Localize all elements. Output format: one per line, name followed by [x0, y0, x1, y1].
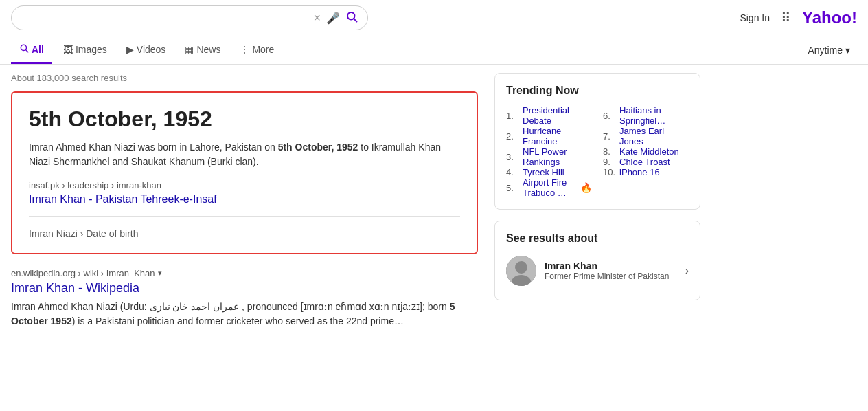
news-icon: ▦: [185, 44, 194, 55]
trending-num-3: 3.: [506, 152, 518, 162]
trending-title: Trending Now: [506, 85, 689, 97]
apps-icon[interactable]: ⠿: [781, 10, 791, 26]
yahoo-logo[interactable]: Yahoo!: [802, 8, 857, 27]
clear-button[interactable]: ×: [313, 11, 321, 25]
anytime-filter[interactable]: Anytime ▾: [801, 41, 857, 60]
header: Imran Niazi Khan birth day × 🎤 Sign In ⠿…: [0, 0, 868, 36]
tab-videos[interactable]: ▶ Videos: [118, 37, 174, 64]
trending-num-7: 7.: [603, 131, 615, 142]
videos-icon: ▶: [126, 44, 134, 55]
featured-desc-bold: 5th October, 1952: [278, 142, 358, 153]
trending-link-10[interactable]: iPhone 16: [619, 167, 660, 177]
list-item: 10. iPhone 16: [603, 167, 689, 177]
list-item: 1. Presidential Debate: [506, 105, 592, 126]
person-info: Imran Khan Former Prime Minister of Paki…: [545, 260, 677, 281]
trending-num-2: 2.: [506, 131, 518, 142]
tab-more-label: More: [252, 44, 274, 55]
trending-link-4[interactable]: Tyreek Hill: [523, 167, 564, 177]
trending-card: Trending Now 1. Presidential Debate 2. H…: [494, 73, 700, 210]
trending-left-col: 1. Presidential Debate 2. Hurricane Fran…: [506, 105, 592, 198]
person-card[interactable]: Imran Khan Former Prime Minister of Paki…: [506, 253, 689, 289]
trending-link-8[interactable]: Kate Middleton: [619, 146, 679, 157]
anytime-chevron: ▾: [845, 45, 850, 56]
images-icon: 🖼: [63, 44, 73, 55]
trending-grid: 1. Presidential Debate 2. Hurricane Fran…: [506, 105, 689, 198]
tab-news[interactable]: ▦ News: [176, 37, 229, 64]
trending-link-5[interactable]: Airport Fire Trabuco …: [523, 177, 576, 198]
search-button[interactable]: [345, 10, 358, 25]
wiki-desc-post: ) is a Pakistani politician and former c…: [72, 315, 404, 326]
list-item: 6. Haitians in Springfiel…: [603, 105, 689, 126]
featured-box: 5th October, 1952 Imran Ahmed Khan Niazi…: [11, 91, 478, 254]
tab-all[interactable]: All: [11, 36, 52, 64]
nav-tabs: All 🖼 Images ▶ Videos ▦ News ⋮ More Anyt…: [0, 36, 868, 65]
results-count: About 183,000 search results: [11, 73, 478, 83]
sign-in-button[interactable]: Sign In: [740, 12, 770, 23]
list-item: 2. Hurricane Francine: [506, 126, 592, 146]
list-item: 7. James Earl Jones: [603, 126, 689, 146]
fire-icon: 🔥: [580, 182, 592, 193]
wiki-desc-pre: Imran Ahmed Khan Niazi (Urdu: عمران احمد…: [11, 301, 450, 312]
left-column: About 183,000 search results 5th October…: [11, 73, 478, 329]
avatar: [506, 256, 536, 286]
featured-desc-pre: Imran Ahmed Khan Niazi was born in Lahor…: [29, 142, 278, 153]
wiki-result: en.wikipedia.org › wiki › Imran_Khan ▾ I…: [11, 268, 478, 329]
tab-images[interactable]: 🖼 Images: [55, 37, 115, 64]
right-column: Trending Now 1. Presidential Debate 2. H…: [494, 73, 700, 329]
tab-videos-label: Videos: [137, 44, 166, 55]
list-item: 4. Tyreek Hill: [506, 167, 592, 177]
wiki-path-text: en.wikipedia.org › wiki › Imran_Khan: [11, 268, 155, 278]
see-results-card: See results about Imran Khan Former Prim…: [494, 221, 700, 300]
header-right: Sign In ⠿ Yahoo!: [740, 8, 857, 27]
featured-link[interactable]: Imran Khan - Pakistan Tehreek-e-Insaf: [29, 193, 217, 205]
list-item: 8. Kate Middleton: [603, 146, 689, 157]
featured-breadcrumb: Imran Niazi › Date of birth: [29, 228, 460, 239]
person-name: Imran Khan: [545, 260, 677, 271]
search-bar: Imran Niazi Khan birth day × 🎤: [11, 5, 368, 30]
featured-divider: [29, 216, 460, 217]
trending-link-3[interactable]: NFL Power Rankings: [523, 146, 592, 167]
featured-source-path: insaf.pk › leadership › imran-khan: [29, 180, 460, 190]
tab-all-label: All: [32, 44, 44, 55]
featured-date: 5th October, 1952: [29, 107, 460, 132]
mic-icon[interactable]: 🎤: [326, 12, 340, 25]
person-description: Former Prime Minister of Pakistan: [545, 271, 677, 281]
search-input[interactable]: Imran Niazi Khan birth day: [21, 12, 308, 24]
trending-right-col: 6. Haitians in Springfiel… 7. James Earl…: [603, 105, 689, 198]
trending-num-8: 8.: [603, 146, 615, 157]
trending-link-9[interactable]: Chloe Troast: [619, 157, 670, 167]
trending-num-6: 6.: [603, 111, 615, 121]
trending-link-6[interactable]: Haitians in Springfiel…: [619, 105, 689, 126]
list-item: 3. NFL Power Rankings: [506, 146, 592, 167]
tab-images-label: Images: [76, 44, 107, 55]
see-results-title: See results about: [506, 232, 689, 245]
trending-num-9: 9.: [603, 157, 615, 167]
svg-point-5: [515, 261, 527, 274]
all-icon: [19, 43, 29, 55]
wiki-dropdown-icon[interactable]: ▾: [158, 269, 162, 278]
featured-desc: Imran Ahmed Khan Niazi was born in Lahor…: [29, 140, 460, 169]
tab-news-label: News: [196, 44, 220, 55]
trending-num-1: 1.: [506, 111, 518, 121]
wiki-source-path: en.wikipedia.org › wiki › Imran_Khan ▾: [11, 268, 478, 278]
trending-link-2[interactable]: Hurricane Francine: [523, 126, 592, 146]
anytime-label: Anytime: [808, 45, 843, 56]
trending-link-1[interactable]: Presidential Debate: [523, 105, 592, 126]
svg-line-1: [354, 19, 356, 21]
wiki-link[interactable]: Imran Khan - Wikipedia: [11, 281, 478, 296]
wiki-desc: Imran Ahmed Khan Niazi (Urdu: عمران احمد…: [11, 300, 478, 329]
trending-num-4: 4.: [506, 167, 518, 177]
svg-line-3: [26, 50, 28, 52]
main-layout: About 183,000 search results 5th October…: [0, 65, 868, 337]
chevron-right-icon: ›: [685, 265, 689, 277]
list-item: 5. Airport Fire Trabuco … 🔥: [506, 177, 592, 198]
trending-num-5: 5.: [506, 183, 518, 193]
tab-more[interactable]: ⋮ More: [231, 37, 282, 64]
more-icon: ⋮: [240, 44, 249, 55]
list-item: 9. Chloe Troast: [603, 157, 689, 167]
trending-num-10: 10.: [603, 167, 615, 177]
trending-link-7[interactable]: James Earl Jones: [619, 126, 689, 146]
